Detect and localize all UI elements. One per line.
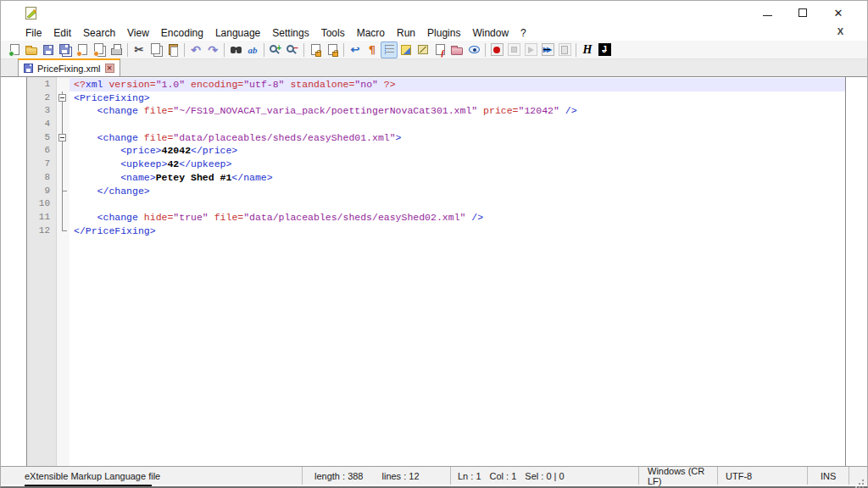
undo-button[interactable]: ↶ [187,42,204,58]
menu-macro[interactable]: Macro [351,25,391,41]
fold-margin [56,197,70,211]
zoom-in-button[interactable]: + [267,42,284,58]
menu-edit[interactable]: Edit [47,25,77,41]
status-lines: lines : 12 [382,471,420,481]
line-number: 4 [27,118,56,131]
menu-view[interactable]: View [121,25,155,41]
menu-help[interactable]: ? [515,25,532,41]
code-line-11[interactable]: 11 <change hide="true" file="data/placea… [27,211,845,225]
code-line-4[interactable]: 4 [27,118,845,131]
monitoring-button[interactable] [465,42,482,58]
sync-horizontal-scrolling-button[interactable] [324,42,341,58]
show-all-characters-button[interactable]: ¶ [364,42,381,58]
function-list-button[interactable]: ƒ [431,42,448,58]
cut-button[interactable]: ✂ [131,42,147,58]
fold-collapse-marker[interactable] [56,92,70,105]
menu-search[interactable]: Search [77,25,121,41]
document-map-button[interactable] [415,42,431,58]
paste-button[interactable] [164,42,181,58]
doc-close-x-button[interactable]: X [837,26,843,36]
replace-icon: ab [245,42,260,58]
code-line-7[interactable]: 7 <upkeep>42</upkeep> [27,158,845,171]
status-insert-mode: INS [807,467,849,485]
code-line-10[interactable]: 10 [27,197,845,211]
code-line-2[interactable]: 2<PriceFixing> [27,92,845,105]
jstool-button[interactable]: J [596,42,613,58]
code-text [70,118,845,131]
replace-button[interactable]: ab [244,42,261,58]
save-icon [41,42,56,58]
code-line-3[interactable]: 3 <change file="~/FS19_NOVACAT_varia_pac… [27,104,845,118]
sync-vertical-scrolling-icon [308,42,323,58]
status-sel: Sel : 0 | 0 [525,471,564,481]
user-defined-language-button[interactable] [398,42,415,58]
macro-save-icon [557,42,572,58]
menu-tools[interactable]: Tools [315,25,351,41]
fold-margin [56,118,70,131]
macro-stop-button[interactable] [505,42,522,58]
code-line-5[interactable]: 5 <change file="data/placeables/sheds/ea… [27,131,845,145]
code-line-1[interactable]: 1<?xml version="1.0" encoding="utf-8" st… [27,78,845,92]
editor[interactable]: 1<?xml version="1.0" encoding="utf-8" st… [26,77,846,468]
macro-stop-icon [506,42,521,58]
open-file-button[interactable] [23,42,40,58]
macro-play-button[interactable] [522,42,539,58]
macro-save-button[interactable] [556,42,573,58]
folder-as-workspace-button[interactable] [448,42,465,58]
fold-margin [56,185,70,198]
new-file-button[interactable] [6,42,23,58]
menu-file[interactable]: File [19,25,47,41]
menu-encoding[interactable]: Encoding [155,25,209,41]
toolbar-separator [576,43,576,57]
copy-button[interactable] [147,42,164,58]
line-number: 12 [27,225,56,238]
line-number: 3 [27,104,56,118]
cut-icon: ✂ [131,42,147,58]
fold-margin [56,171,70,185]
macro-run-multiple-button[interactable]: ▶▶ [539,42,556,58]
menu-run[interactable]: Run [391,25,421,41]
print-button[interactable] [108,42,125,58]
menu-settings[interactable]: Settings [266,25,314,41]
line-number: 1 [27,78,56,92]
fold-collapse-marker[interactable] [56,131,70,145]
close-all-button[interactable] [91,42,108,58]
word-wrap-icon: ↩ [348,42,363,58]
title-bar: ✕ [1,1,867,25]
toolbar-separator [303,43,304,57]
code-text: <upkeep>42</upkeep> [70,158,845,171]
close-button[interactable]: ✕ [832,6,845,19]
menu-window[interactable]: Window [466,25,515,41]
word-wrap-button[interactable]: ↩ [347,42,364,58]
find-button[interactable] [227,42,244,58]
code-line-8[interactable]: 8 <name>Petey Shed #1</name> [27,171,845,185]
menu-plugins[interactable]: Plugins [421,25,466,41]
code-line-6[interactable]: 6 <price>42042</price> [27,144,845,158]
find-icon [228,42,243,58]
saved-file-icon [24,64,33,73]
print-icon [108,42,124,58]
tab-pricefixing-xml[interactable]: PriceFixing.xml [18,58,120,76]
maximize-button[interactable] [796,6,810,19]
indent-guide-button[interactable] [381,42,398,58]
html-tag-button[interactable]: H [579,42,596,58]
code-text: <name>Petey Shed #1</name> [70,171,845,185]
code-text: </PriceFixing> [70,225,845,238]
line-number: 2 [27,92,56,105]
redo-button[interactable]: ↷ [204,42,221,58]
sync-vertical-scrolling-button[interactable] [307,42,324,58]
minimize-button[interactable] [760,6,774,19]
save-button[interactable] [40,42,57,58]
resize-grip[interactable] [849,467,867,485]
save-all-button[interactable] [57,42,74,58]
line-number: 7 [27,158,56,171]
zoom-out-button[interactable]: − [284,42,301,58]
tab-close-icon[interactable] [105,64,114,73]
status-length-lines: length : 388 lines : 12 [302,467,450,485]
code-line-12[interactable]: 12</PriceFixing> [27,225,845,238]
code-line-9[interactable]: 9 </change> [27,185,845,198]
fold-margin [56,211,70,225]
close-button[interactable] [74,42,91,58]
macro-record-button[interactable] [488,42,505,58]
menu-language[interactable]: Language [209,25,266,41]
